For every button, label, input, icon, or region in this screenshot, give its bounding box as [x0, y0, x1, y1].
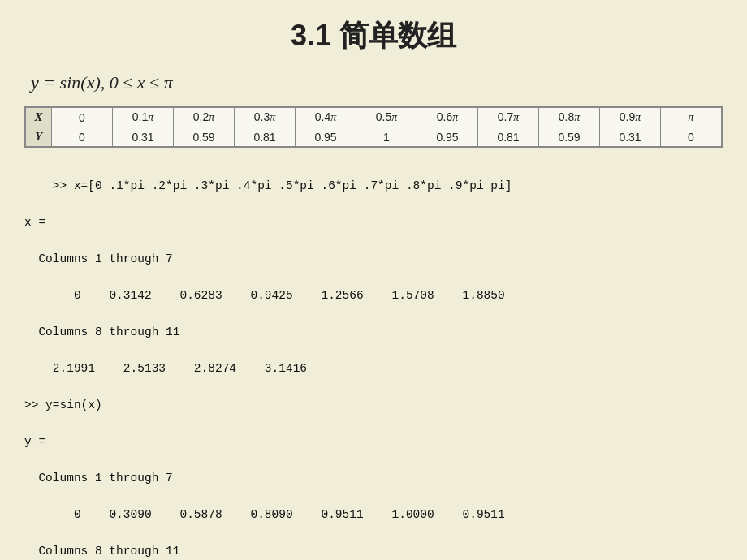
- formula-display: y = sin(x), 0 ≤ x ≤ π: [24, 69, 723, 97]
- cmd2-line: >> y=sin(x): [24, 398, 102, 411]
- y-col-9: 0.31: [600, 127, 661, 147]
- page-title: 3.1 简单数组: [24, 16, 723, 56]
- x-col-2: 0.2π: [174, 108, 235, 127]
- y-col-1: 0.31: [113, 127, 174, 147]
- x-col-1: 0.1π: [113, 108, 174, 127]
- cols-8-11-label2: Columns 8 through 11: [24, 545, 179, 558]
- title-text: 简单数组: [339, 19, 456, 52]
- table-row-x: X 0 0.1π 0.2π 0.3π 0.4π 0.5π 0.6π 0.7π 0…: [26, 108, 722, 127]
- y-col-4: 0.95: [296, 127, 356, 147]
- x-row1-line: 0 0.3142 0.6283 0.9425 1.2566 1.5708 1.8…: [24, 289, 505, 302]
- y-col-0: 0: [52, 127, 113, 147]
- x-eq-line: x =: [24, 216, 45, 229]
- y-row1-line: 0 0.3090 0.5878 0.8090 0.9511 1.0000 0.9…: [24, 508, 505, 521]
- data-table: X 0 0.1π 0.2π 0.3π 0.4π 0.5π 0.6π 0.7π 0…: [24, 106, 723, 148]
- cmd1-line: >> x=[0 .1*pi .2*pi .3*pi .4*pi .5*pi .6…: [53, 179, 512, 192]
- x-col-0: 0: [52, 108, 113, 127]
- y-col-3: 0.81: [235, 127, 296, 147]
- cols-1-7-label2: Columns 1 through 7: [24, 472, 173, 485]
- table-row-y: Y 0 0.31 0.59 0.81 0.95 1 0.95 0.81 0.59…: [26, 127, 722, 147]
- x-col-8: 0.8π: [539, 108, 600, 127]
- y-col-6: 0.95: [417, 127, 478, 147]
- y-col-10: 0: [661, 127, 722, 147]
- x-row2-line: 2.1991 2.5133 2.8274 3.1416: [24, 362, 307, 375]
- y-col-8: 0.59: [539, 127, 600, 147]
- y-eq-line: y =: [24, 435, 45, 448]
- y-label: Y: [26, 127, 52, 147]
- x-col-5: 0.5π: [356, 108, 417, 127]
- code-block: >> x=[0 .1*pi .2*pi .3*pi .4*pi .5*pi .6…: [24, 159, 723, 560]
- x-label: X: [26, 108, 52, 127]
- title-number: 3.1: [291, 19, 331, 52]
- cols-1-7-label: Columns 1 through 7: [24, 252, 173, 265]
- y-col-2: 0.59: [174, 127, 235, 147]
- x-col-4: 0.4π: [296, 108, 356, 127]
- x-col-6: 0.6π: [417, 108, 478, 127]
- x-col-9: 0.9π: [600, 108, 661, 127]
- x-col-10: π: [661, 108, 722, 127]
- x-col-7: 0.7π: [478, 108, 539, 127]
- cols-8-11-label: Columns 8 through 11: [24, 325, 179, 338]
- y-col-5: 1: [356, 127, 417, 147]
- y-col-7: 0.81: [478, 127, 539, 147]
- x-col-3: 0.3π: [235, 108, 296, 127]
